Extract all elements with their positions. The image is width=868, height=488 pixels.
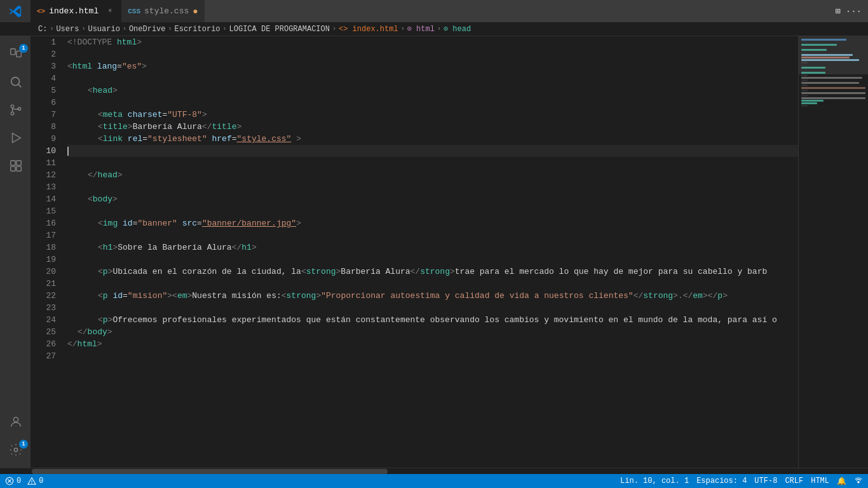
line-num-9: 9 bbox=[31, 133, 56, 145]
code-line-15 bbox=[67, 205, 798, 217]
activity-bottom: 1 bbox=[3, 409, 28, 468]
explorer-badge: 1 bbox=[19, 44, 28, 53]
code-line-3: <html lang="es"> bbox=[67, 60, 798, 72]
line-num-5: 5 bbox=[31, 85, 56, 97]
code-line-6 bbox=[67, 97, 798, 109]
tab-label-index-html: index.html bbox=[49, 6, 98, 16]
line-num-11: 11 bbox=[31, 157, 56, 169]
code-line-21 bbox=[67, 278, 798, 290]
status-broadcast[interactable] bbox=[854, 477, 863, 485]
tab-modified-dot: ● bbox=[193, 7, 198, 16]
status-encoding[interactable]: UTF-8 bbox=[754, 477, 777, 485]
editor-area[interactable]: 1 2 3 4 5 6 7 8 9 10 11 12 13 14 15 16 1… bbox=[31, 36, 868, 468]
code-line-22: <p id="mision"><em>Nuestra misión es: <s… bbox=[67, 290, 798, 302]
line-num-17: 17 bbox=[31, 229, 56, 241]
tab-close-index-html[interactable]: × bbox=[105, 6, 115, 17]
title-bar: <> index.html × CSS style.css ● ⊞ ··· bbox=[0, 0, 868, 22]
code-line-4 bbox=[67, 72, 798, 85]
code-line-23 bbox=[67, 302, 798, 314]
activity-run[interactable] bbox=[3, 125, 28, 151]
breadcrumb: C: › Users › Usuario › OneDrive › Escrit… bbox=[0, 22, 868, 36]
line-num-27: 27 bbox=[31, 350, 56, 362]
line-num-18: 18 bbox=[31, 241, 56, 254]
code-line-11 bbox=[67, 157, 798, 169]
line-num-2: 2 bbox=[31, 48, 56, 60]
line-num-21: 21 bbox=[31, 278, 56, 290]
broadcast-icon bbox=[854, 477, 863, 485]
account-icon bbox=[9, 415, 23, 429]
status-notifications[interactable]: 🔔 bbox=[837, 477, 846, 486]
code-line-25: </body> bbox=[67, 326, 798, 338]
activity-account[interactable] bbox=[3, 409, 28, 435]
warning-icon bbox=[27, 477, 36, 485]
activity-search[interactable] bbox=[3, 69, 28, 95]
status-position[interactable]: Lín. 10, col. 1 bbox=[620, 477, 689, 485]
activity-git[interactable] bbox=[3, 97, 28, 123]
tab-style-css[interactable]: CSS style.css ● bbox=[121, 0, 204, 22]
status-bar-right: Lín. 10, col. 1 Espacios: 4 UTF-8 CRLF H… bbox=[620, 477, 863, 486]
line-num-7: 7 bbox=[31, 109, 56, 121]
status-bar: 0 0 Lín. 10, col. 1 Espacios: 4 UTF-8 CR… bbox=[0, 474, 868, 488]
code-editor[interactable]: <!DOCTYPE html> <html lang="es"> <head> … bbox=[62, 36, 798, 468]
horizontal-scrollbar[interactable] bbox=[0, 468, 868, 474]
error-icon bbox=[5, 477, 14, 485]
code-line-7: <meta charset="UTF-8"> bbox=[67, 109, 798, 121]
status-language[interactable]: HTML bbox=[811, 477, 829, 485]
svg-point-13 bbox=[14, 448, 18, 452]
activity-extensions[interactable] bbox=[3, 153, 28, 179]
status-errors[interactable]: 0 0 bbox=[5, 477, 43, 485]
code-line-12: </head> bbox=[67, 169, 798, 181]
line-num-12: 12 bbox=[31, 169, 56, 181]
code-line-1: <!DOCTYPE html> bbox=[67, 36, 798, 48]
code-line-26: </html> bbox=[67, 338, 798, 350]
search-icon bbox=[9, 75, 23, 89]
minimap[interactable] bbox=[798, 36, 868, 468]
css-file-icon: CSS bbox=[128, 8, 140, 15]
html-file-icon: <> bbox=[37, 8, 45, 15]
code-line-13 bbox=[67, 181, 798, 193]
status-lineending[interactable]: CRLF bbox=[785, 477, 803, 485]
code-line-14: <body> bbox=[67, 193, 798, 205]
svg-point-5 bbox=[11, 112, 14, 115]
svg-rect-10 bbox=[11, 166, 15, 171]
warning-count: 0 bbox=[39, 477, 43, 485]
line-num-14: 14 bbox=[31, 193, 56, 205]
settings-badge: 1 bbox=[19, 440, 28, 449]
status-spaces[interactable]: Espacios: 4 bbox=[696, 477, 747, 485]
svg-rect-11 bbox=[17, 166, 21, 171]
line-num-20: 20 bbox=[31, 266, 56, 278]
git-icon bbox=[9, 103, 23, 117]
code-line-2 bbox=[67, 48, 798, 60]
svg-point-19 bbox=[857, 481, 860, 484]
more-icon[interactable]: ··· bbox=[846, 6, 862, 17]
text-cursor bbox=[67, 147, 69, 156]
line-num-22: 22 bbox=[31, 290, 56, 302]
layout-icon[interactable]: ⊞ bbox=[835, 6, 840, 17]
main-area: 1 1 1 2 3 4 5 bbox=[0, 36, 868, 468]
status-bar-left: 0 0 bbox=[5, 477, 43, 485]
svg-line-3 bbox=[18, 85, 21, 87]
code-line-8: <title>Barbería Alura</title> bbox=[67, 121, 798, 133]
svg-point-12 bbox=[13, 417, 18, 422]
line-num-4: 4 bbox=[31, 72, 56, 85]
horizontal-scrollbar-thumb[interactable] bbox=[32, 469, 388, 474]
error-count: 0 bbox=[17, 477, 21, 485]
run-icon bbox=[9, 131, 23, 145]
line-num-24: 24 bbox=[31, 314, 56, 326]
tab-index-html[interactable]: <> index.html × bbox=[31, 0, 121, 22]
activity-settings[interactable]: 1 bbox=[3, 437, 28, 463]
line-num-13: 13 bbox=[31, 181, 56, 193]
code-line-16: <img id="banner" src="banner/banner.jpg"… bbox=[67, 217, 798, 229]
svg-marker-7 bbox=[13, 133, 21, 143]
line-num-23: 23 bbox=[31, 302, 56, 314]
code-line-27 bbox=[67, 350, 798, 362]
activity-explorer[interactable]: 1 bbox=[3, 41, 28, 67]
line-num-16: 16 bbox=[31, 217, 56, 229]
extensions-icon bbox=[9, 159, 23, 173]
code-line-9: <link rel="stylesheet" href="style.css" … bbox=[67, 133, 798, 145]
line-num-1: 1 bbox=[31, 36, 56, 48]
code-line-19 bbox=[67, 254, 798, 266]
tab-label-style-css: style.css bbox=[144, 6, 189, 16]
tab-list: <> index.html × CSS style.css ● bbox=[0, 0, 205, 22]
svg-point-18 bbox=[32, 483, 32, 484]
